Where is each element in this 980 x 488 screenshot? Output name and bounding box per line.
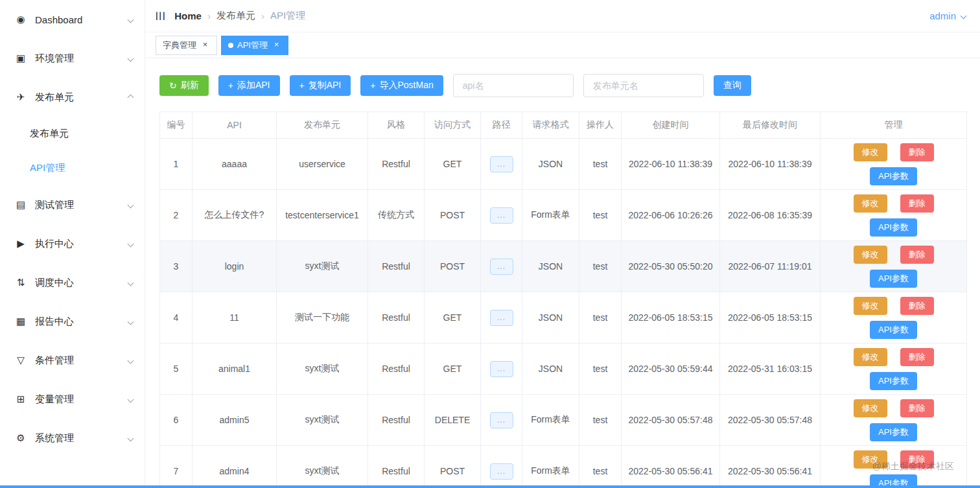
path-button[interactable]: ...	[490, 207, 513, 224]
search-button[interactable]: 查询	[714, 75, 751, 96]
sidebar-item-report-center[interactable]: ▦报告中心	[0, 302, 145, 341]
delete-button[interactable]: 删除	[900, 246, 934, 264]
sidebar-subitem-publish-unit-list[interactable]: 发布单元	[0, 117, 145, 151]
cell-no: 4	[160, 292, 192, 343]
cell-created: 2022-06-05 18:53:15	[622, 292, 720, 343]
sidebar-item-environment[interactable]: ▣环境管理	[0, 39, 145, 78]
delete-button[interactable]: 删除	[900, 297, 934, 315]
add-api-button[interactable]: + 添加API	[218, 75, 280, 96]
delete-button[interactable]: 删除	[900, 348, 934, 366]
api-params-button[interactable]: API参数	[870, 167, 917, 185]
sidebar-item-test-management[interactable]: ▤测试管理	[0, 185, 145, 224]
delete-button[interactable]: 删除	[900, 399, 934, 417]
cell-path: ...	[481, 343, 522, 395]
cell-actions: 修改删除API参数	[821, 292, 967, 343]
table-row: 5animal1syxt测试RestfulGET...JSONtest2022-…	[160, 343, 967, 395]
path-button[interactable]: ...	[490, 463, 513, 480]
cell-style: Restful	[368, 446, 425, 488]
sidebar-item-condition-management[interactable]: ▽条件管理	[0, 341, 145, 380]
api-params-button[interactable]: API参数	[870, 270, 917, 288]
column-header: API	[192, 112, 277, 139]
schedule-icon: ⇅	[13, 277, 29, 288]
gear-icon: ⚙	[13, 432, 29, 444]
variable-icon: ⊞	[13, 393, 29, 405]
cell-actions: 修改删除API参数	[821, 446, 967, 488]
plus-icon: +	[370, 81, 375, 90]
edit-button[interactable]: 修改	[854, 450, 887, 469]
cell-method: POST	[425, 190, 481, 241]
user-menu[interactable]: admin	[929, 10, 966, 21]
menu-icon[interactable]: ☰	[154, 11, 165, 21]
cell-style: Restful	[368, 292, 425, 343]
copy-api-label: 复制API	[309, 80, 342, 91]
breadcrumb-item: 发布单元	[216, 10, 255, 22]
cell-unit: testcenterservice1	[277, 190, 368, 241]
chevron-down-icon	[961, 13, 967, 19]
copy-api-button[interactable]: + 复制API	[290, 75, 351, 96]
sidebar-subitem-api-management[interactable]: API管理	[0, 151, 145, 185]
cell-modified: 2022-05-31 16:03:15	[720, 343, 821, 395]
unit-name-input[interactable]	[583, 74, 704, 97]
sidebar-item-publish-unit[interactable]: ✈发布单元	[0, 78, 145, 117]
path-button[interactable]: ...	[490, 412, 513, 428]
sidebar-item-label: Dashboard	[35, 14, 82, 25]
edit-button[interactable]: 修改	[854, 297, 887, 315]
close-icon[interactable]: ×	[200, 40, 210, 50]
path-button[interactable]: ...	[490, 259, 513, 275]
import-postman-button[interactable]: + 导入PostMan	[360, 75, 443, 96]
close-icon[interactable]: ×	[272, 40, 281, 50]
sidebar-item-system-management[interactable]: ⚙系统管理	[0, 419, 145, 458]
sidebar-item-dashboard[interactable]: ◉Dashboard	[0, 0, 145, 39]
cell-method: GET	[425, 139, 481, 190]
table-row: 7admin4syxt测试RestfulPOST...Form表单test202…	[160, 446, 967, 488]
cell-style: 传统方式	[368, 190, 425, 241]
paper-plane-icon: ✈	[13, 91, 29, 103]
column-header: 发布单元	[277, 112, 368, 139]
sidebar-item-variable-management[interactable]: ⊞变量管理	[0, 380, 145, 419]
api-params-button[interactable]: API参数	[870, 218, 917, 237]
sidebar-item-label: 发布单元	[35, 91, 74, 104]
refresh-icon: ↻	[169, 81, 177, 90]
cell-no: 6	[160, 395, 192, 446]
sidebar-item-schedule-center[interactable]: ⇅调度中心	[0, 263, 145, 302]
column-header: 操作人	[579, 112, 622, 139]
sidebar-item-label: 环境管理	[35, 52, 74, 65]
toolbar: ↻ 刷新 + 添加API + 复制API + 导入PostMan	[159, 74, 966, 97]
edit-button[interactable]: 修改	[854, 143, 887, 161]
breadcrumb-separator: ›	[207, 10, 211, 21]
cell-api: 怎么上传文件?	[192, 190, 277, 241]
api-params-button[interactable]: API参数	[870, 423, 917, 441]
api-table: 编号API发布单元风格访问方式路径请求格式操作人创建时间最后修改时间管理 1aa…	[159, 111, 967, 488]
tab-0[interactable]: 字典管理×	[156, 36, 217, 55]
edit-button[interactable]: 修改	[854, 399, 887, 417]
path-button[interactable]: ...	[490, 361, 513, 377]
cell-operator: test	[579, 395, 622, 446]
table-row: 1aaaaauserserviceRestfulGET...JSONtest20…	[160, 139, 967, 190]
delete-button[interactable]: 删除	[900, 143, 934, 161]
cell-modified: 2022-05-30 05:56:41	[720, 446, 821, 488]
cell-method: GET	[425, 343, 481, 395]
cell-path: ...	[481, 292, 522, 343]
delete-button[interactable]: 删除	[900, 450, 934, 469]
cell-api: admin5	[192, 395, 277, 446]
edit-button[interactable]: 修改	[854, 246, 887, 264]
cell-created: 2022-06-06 10:26:26	[622, 190, 720, 241]
edit-button[interactable]: 修改	[854, 194, 887, 213]
delete-button[interactable]: 删除	[900, 194, 934, 213]
api-params-button[interactable]: API参数	[870, 372, 917, 390]
breadcrumb-item[interactable]: Home	[174, 10, 202, 21]
sidebar-item-label: 执行中心	[35, 238, 74, 250]
path-button[interactable]: ...	[490, 310, 513, 326]
sidebar-item-label: 变量管理	[35, 393, 74, 406]
path-button[interactable]: ...	[490, 156, 513, 172]
api-params-button[interactable]: API参数	[870, 321, 917, 339]
cell-format: JSON	[522, 241, 579, 292]
sidebar-item-execution-center[interactable]: ▶执行中心	[0, 224, 145, 263]
cell-style: Restful	[368, 395, 425, 446]
api-name-input[interactable]	[453, 74, 574, 97]
cell-format: Form表单	[522, 395, 579, 446]
sidebar-item-label: 测试管理	[35, 199, 74, 211]
edit-button[interactable]: 修改	[854, 348, 887, 366]
refresh-button[interactable]: ↻ 刷新	[159, 75, 209, 96]
tab-1[interactable]: API管理×	[221, 36, 288, 55]
